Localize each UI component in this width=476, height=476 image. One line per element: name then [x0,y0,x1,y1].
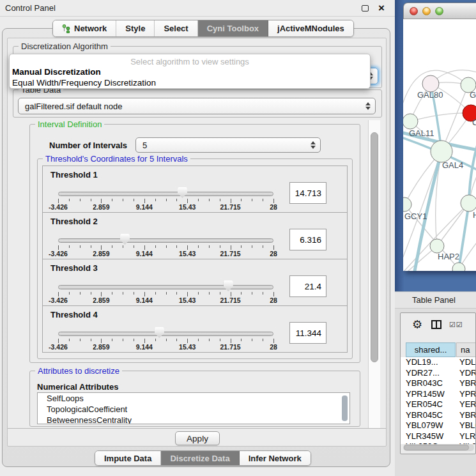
network-edge[interactable] [403,269,459,271]
attribute-list-item[interactable]: BetweennessCentrality [38,415,349,424]
combo-stepper-icon [365,102,371,111]
threshold-slider-handle[interactable] [178,187,187,198]
network-canvas[interactable]: GAL80GCGAL11GAL4GCY1HHAP2 [403,19,476,271]
cell-shared-name: YLR345W [406,431,443,441]
threshold-slider-track[interactable] [58,332,273,336]
select-rows-icon[interactable]: ☑☑ [449,321,463,329]
numerical-attributes-list[interactable]: SelfLoopsTopologicalCoefficientBetweenne… [37,392,350,424]
tick-mark [134,292,134,295]
table-horizontal-scrollbar-thumb[interactable] [404,445,469,450]
settings-scrollbar[interactable] [368,120,380,428]
threshold-slider-handle[interactable] [224,280,233,291]
node-hap2[interactable] [430,239,444,253]
tick-mark [273,292,274,296]
minimize-traffic-light-icon[interactable] [422,7,431,15]
threshold-value-field[interactable]: 21.4 [289,275,326,297]
tab-cyni-toolbox[interactable]: Cyni Toolbox [198,20,268,36]
tick-mark [273,199,274,203]
tick-mark [252,339,252,341]
threshold-label: Threshold 1 [50,170,98,180]
tick-mark [231,199,231,203]
threshold-slider-handle[interactable] [155,327,164,338]
tick-mark [176,292,177,295]
tab-infer-network[interactable]: Infer Network [240,451,311,465]
table-horizontal-scrollbar[interactable] [403,444,474,451]
tick-mark [209,199,210,201]
cell-shared-name: YDR27... [406,368,440,378]
node-gcy1[interactable] [403,197,411,211]
tick-mark [123,199,123,201]
attributes-list-scrollbar[interactable] [342,395,348,421]
tick-label: 9.144 [136,250,153,257]
dropdown-item-equal-width-frequency[interactable]: Equal Width/Frequency Discretization [12,78,156,88]
table-row[interactable]: YLR345WYLR3 [401,431,476,442]
tick-mark [220,199,220,201]
node-gcy1-label: GCY1 [404,211,427,221]
zoom-traffic-light-icon[interactable] [435,7,443,15]
tab-select[interactable]: Select [155,20,197,36]
table-row[interactable]: YDL19...YDL1 [401,357,476,368]
threshold-slider-track[interactable] [58,192,273,196]
attribute-list-item[interactable]: TopologicalCoefficient [38,404,349,415]
cell-name: YBR0 [459,410,476,420]
tab-jactivemnodules[interactable]: jActiveMNodules [268,20,353,36]
threshold-slider-track[interactable] [58,285,273,289]
node-gal80-label: GAL80 [417,90,443,100]
tick-mark [176,199,177,201]
table-row[interactable]: YPR145WYPR1 [401,389,476,400]
table-row[interactable]: YDR27...YDR2 [401,368,476,379]
tick-mark [252,199,252,201]
apply-button[interactable]: Apply [175,431,220,445]
tab-network[interactable]: Network [53,20,116,36]
number-of-intervals-combobox[interactable]: 5 [135,137,321,153]
numerical-attributes-label: Numerical Attributes [37,382,118,392]
table-data-combobox[interactable]: galFiltered.sif default node [18,98,376,114]
network-edge[interactable] [410,113,471,121]
column-header-na[interactable]: na [456,342,476,357]
cell-name: YBR0 [459,378,476,388]
threshold-slider-handle[interactable] [120,234,130,245]
tick-mark [155,245,156,248]
tick-mark [273,245,274,250]
dropdown-item-manual-discretization[interactable]: Manual Discretization [12,67,101,77]
columns-icon[interactable] [431,320,441,329]
node-gal4[interactable] [431,141,452,162]
column-header-shared[interactable]: shared... [406,342,456,357]
tick-label: 28 [270,250,277,257]
float-window-icon[interactable] [362,5,369,12]
node-hap2-label: HAP2 [438,252,459,261]
control-panel-window: Control Panel × NetworkStyleSelectCyni T… [0,0,395,476]
combo-stepper-icon [310,141,316,150]
threshold-value-field[interactable]: 14.713 [289,182,326,204]
threshold-slider-track[interactable] [58,238,273,243]
table-row[interactable]: YBR043CYBR0 [401,378,476,389]
threshold-value-field[interactable]: 11.344 [289,322,326,344]
tick-mark [155,199,156,201]
gear-icon[interactable]: ⚙ [412,318,422,332]
tick-mark [209,339,210,341]
apply-separator [8,428,386,429]
attribute-list-item[interactable]: SelfLoops [38,393,349,404]
network-window: GAL80GCGAL11GAL4GCY1HHAP2 [403,3,476,271]
node-gal11-label: GAL11 [409,128,434,138]
network-edge-thick[interactable] [459,203,469,269]
close-traffic-light-icon[interactable] [410,7,418,15]
tick-mark [176,245,177,248]
tick-mark [263,199,263,201]
tick-mark [252,292,252,295]
close-icon[interactable]: × [378,1,385,15]
tick-mark [69,199,70,201]
tick-mark [91,339,91,341]
tab-discretize-data[interactable]: Discretize Data [161,451,239,465]
table-row[interactable]: YBR045CYBR0 [401,410,476,421]
threshold-value-field[interactable]: 6.316 [289,229,326,250]
tab-style[interactable]: Style [116,20,155,36]
node-h-partial[interactable] [461,195,476,211]
node-gal11[interactable] [403,114,418,129]
tick-mark [166,199,167,201]
settings-scrollbar-thumb[interactable] [371,132,378,362]
tick-label: 2.859 [93,343,109,351]
tab-impute-data[interactable]: Impute Data [95,451,161,465]
table-row[interactable]: YER054CYER0 [401,399,476,410]
table-row[interactable]: YBL079WYBL0 [401,420,476,431]
